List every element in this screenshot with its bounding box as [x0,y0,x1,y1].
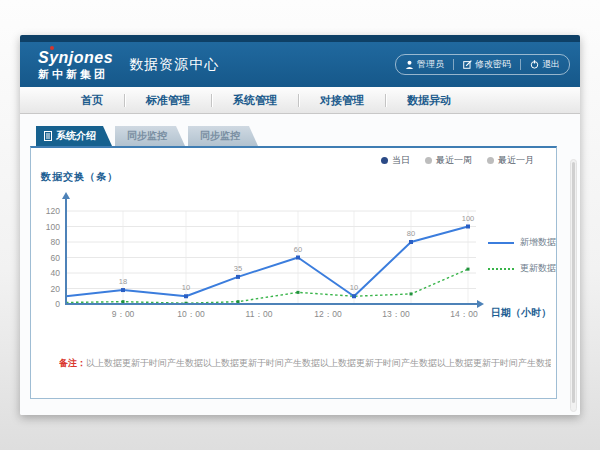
y-tick-label: 60 [51,253,61,263]
update-data-point [297,291,300,294]
y-tick-label: 20 [51,284,61,294]
footnote: 备注：以上数据更新于时间产生数据以上数据更新于时间产生数据以上数据更新于时间产生… [59,357,551,370]
x-tick-label: 11：00 [246,309,273,319]
filter-today-label: 当日 [392,154,410,167]
dotted-line-icon [488,268,514,270]
y-axis-arrow-icon [62,192,70,199]
y-tick-label: 120 [46,206,60,216]
app-header: Synjones 新中新集团 数据资源中心 管理员 修改密码 退出 [20,42,580,87]
y-tick-label: 80 [51,237,61,247]
tab-sync-monitor-1[interactable]: 同步监控 [115,126,185,146]
y-tick-label: 40 [51,268,61,278]
brand-logo-en: Synjones [38,50,113,66]
line-chart: 1810356010801000204060801001209：0010：001… [31,188,558,338]
update-data-point [467,268,470,271]
legend-item-new-data: 新增数据 [488,236,556,249]
admin-button[interactable]: 管理员 [396,55,453,74]
logo-letter-y: y [49,49,58,66]
new-data-point [466,225,470,229]
logo-letters: njones [59,49,114,66]
edit-icon [463,60,472,69]
vertical-scrollbar[interactable] [570,159,577,412]
y-axis-title: 数据交换（条） [41,170,118,184]
x-tick-label: 12：00 [314,309,342,319]
filter-last-month[interactable]: 最近一月 [487,154,534,167]
x-tick-label: 13：00 [382,309,410,319]
tab-label: 系统介绍 [56,126,96,146]
new-data-point [296,256,300,260]
filter-last-week-label: 最近一周 [436,154,472,167]
tab-system-intro[interactable]: 系统介绍 [36,126,112,146]
brand-logo-cn: 新中新集团 [38,69,113,80]
power-icon [530,60,539,69]
data-point-label: 100 [462,214,475,223]
x-tick-label: 10：00 [177,309,205,319]
radio-icon [425,157,432,164]
tab-label: 同步监控 [127,126,167,146]
update-data-point [410,292,413,295]
data-point-label: 60 [294,245,302,254]
change-password-button[interactable]: 修改密码 [454,55,520,74]
update-data-line [66,269,468,303]
nav-item-system-mgmt[interactable]: 系统管理 [212,93,298,108]
legend-new-data-label: 新增数据 [520,236,556,249]
y-tick-label: 0 [55,299,60,309]
filter-last-month-label: 最近一月 [498,154,534,167]
main-nav: 首页 标准管理 系统管理 对接管理 数据异动 [20,87,580,114]
data-point-label: 35 [234,264,242,273]
update-data-point [122,300,125,303]
logout-label: 退出 [542,58,560,71]
radio-icon [487,157,494,164]
change-password-label: 修改密码 [475,58,511,71]
tab-sync-monitor-2[interactable]: 同步监控 [188,126,258,146]
logo-letter: S [38,49,49,66]
footnote-text: 以上数据更新于时间产生数据以上数据更新于时间产生数据以上数据更新于时间产生数据以… [86,358,551,368]
app-title: 数据资源中心 [129,56,219,74]
logout-button[interactable]: 退出 [521,55,569,74]
admin-label: 管理员 [417,58,444,71]
new-data-point [121,288,125,292]
x-tick-label: 14：00 [450,309,478,319]
nav-item-home[interactable]: 首页 [60,93,124,108]
x-axis-arrow-icon [477,300,484,308]
content-area: 系统介绍 同步监控 同步监控 当日 最近一周 [20,114,580,415]
new-data-point [352,294,356,298]
document-icon [44,131,52,141]
new-data-point [184,294,188,298]
data-point-label: 10 [350,283,358,292]
x-axis-title: 日期（小时） [491,306,551,320]
data-point-label: 80 [407,229,415,238]
y-tick-label: 100 [46,222,60,232]
data-point-label: 10 [182,283,190,292]
app-window: Synjones 新中新集团 数据资源中心 管理员 修改密码 退出 首页 标准管… [20,35,580,415]
tab-label: 同步监控 [200,126,240,146]
footnote-label: 备注： [59,358,86,368]
new-data-point [236,275,240,279]
user-actions-group: 管理员 修改密码 退出 [395,54,570,75]
scrollbar-thumb[interactable] [572,162,575,403]
chart-panel: 当日 最近一周 最近一月 数据交换（条） 1810356010801000204… [30,146,557,399]
chart-legend: 新增数据 更新数据 [488,236,556,275]
brand-logo: Synjones 新中新集团 [38,50,113,80]
tab-bar: 系统介绍 同步监控 同步监控 [36,126,570,146]
legend-update-data-label: 更新数据 [520,262,556,275]
x-tick-label: 9：00 [112,309,135,319]
nav-item-standard-mgmt[interactable]: 标准管理 [125,93,211,108]
filter-last-week[interactable]: 最近一周 [425,154,472,167]
window-top-strip [20,35,580,42]
legend-item-update-data: 更新数据 [488,262,556,275]
range-filter-group: 当日 最近一周 最近一月 [381,154,534,167]
radio-selected-icon [381,157,388,164]
user-icon [405,60,414,69]
update-data-point [237,300,240,303]
new-data-point [409,240,413,244]
filter-today[interactable]: 当日 [381,154,410,167]
nav-item-data-change[interactable]: 数据异动 [386,93,472,108]
nav-item-interface-mgmt[interactable]: 对接管理 [299,93,385,108]
solid-line-icon [488,242,514,244]
data-point-label: 18 [119,277,127,286]
